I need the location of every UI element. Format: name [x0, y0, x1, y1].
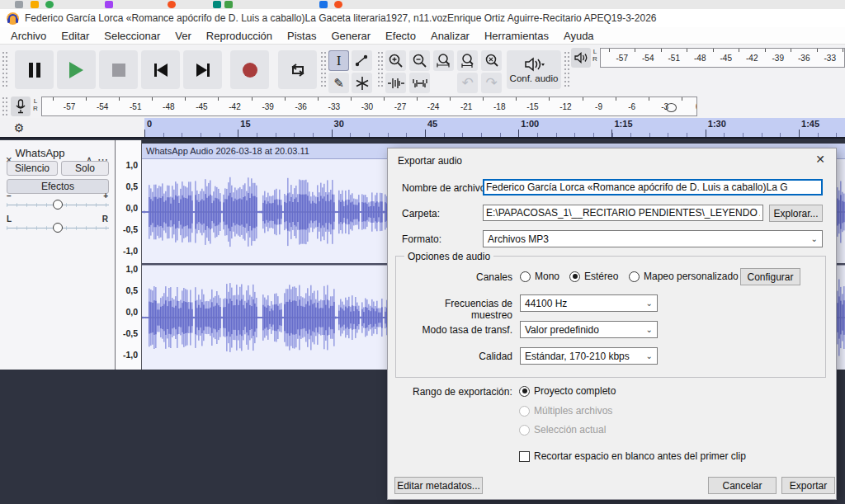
- stop-button[interactable]: [99, 50, 138, 89]
- radio-mono[interactable]: Mono: [520, 271, 559, 282]
- selection-tool-button[interactable]: I: [328, 50, 349, 71]
- dialog-close-icon[interactable]: ✕: [808, 150, 833, 168]
- playback-meter-tick-3: -48: [687, 54, 714, 63]
- audio-options-legend: Opciones de audio: [404, 251, 493, 262]
- toolbar-grip[interactable]: [2, 52, 7, 88]
- menu-item-5[interactable]: Pistas: [280, 29, 323, 43]
- browse-button[interactable]: Explorar...: [769, 205, 823, 222]
- multi-tool-icon: [355, 76, 370, 91]
- recording-meter-tick-17: -6: [616, 102, 649, 111]
- format-label: Formato:: [402, 233, 441, 245]
- playback-meter-scale: -57-54-51-48-45-42-39-36-33-30: [609, 54, 844, 63]
- draw-tool-button[interactable]: ✎: [328, 73, 349, 93]
- zoom-toggle-button[interactable]: [481, 50, 502, 71]
- pan-slider[interactable]: [7, 226, 109, 230]
- pencil-icon: ✎: [333, 76, 344, 91]
- recording-meter-tick-11: -24: [417, 102, 450, 111]
- recording-meter[interactable]: -57-54-51-48-45-42-39-36-33-30-27-24-21-…: [41, 97, 697, 116]
- radio-stereo[interactable]: Estéreo: [569, 271, 618, 282]
- mute-button[interactable]: Silencio: [7, 161, 58, 176]
- background-icon: [319, 1, 328, 8]
- skip-to-end-button[interactable]: [183, 50, 222, 89]
- recording-meter-tick-12: -21: [450, 102, 483, 111]
- menu-item-7[interactable]: Efecto: [378, 29, 423, 43]
- record-button[interactable]: [230, 50, 269, 89]
- timeline: ⚙ 01530451:001:151:301:45: [0, 118, 845, 139]
- playback-meter-button[interactable]: [571, 48, 591, 68]
- recording-meter-tick-7: -36: [285, 102, 318, 111]
- title-bar: Federico García Lorca «Romance apócrifo …: [0, 9, 845, 27]
- audio-setup-button[interactable]: Conf. audio: [507, 50, 561, 89]
- pause-button[interactable]: [15, 50, 54, 89]
- recording-meter-tick-15: -12: [549, 102, 582, 111]
- menu-item-10[interactable]: Ayuda: [556, 29, 602, 43]
- trim-blank-space-checkbox[interactable]: Recortar espacio en blanco antes del pri…: [519, 450, 746, 462]
- folder-input[interactable]: [483, 205, 763, 221]
- effects-button[interactable]: Efectos: [7, 179, 109, 194]
- toolbar-grip[interactable]: [321, 52, 326, 88]
- toolbar-grip[interactable]: [2, 97, 7, 115]
- radio-whole-project[interactable]: Proyecto completo: [519, 385, 616, 397]
- pan-left-label: L: [7, 214, 12, 224]
- menu-item-4[interactable]: Reproducción: [199, 29, 280, 43]
- menu-item-8[interactable]: Analizar: [423, 29, 477, 43]
- toolbar-grip[interactable]: [564, 52, 569, 88]
- toolbar-grip[interactable]: [378, 52, 383, 88]
- stop-icon: [112, 64, 125, 77]
- playback-meter[interactable]: -57-54-51-48-45-42-39-36-33-30: [600, 48, 845, 68]
- zoom-out-button[interactable]: [409, 50, 430, 71]
- undo-button[interactable]: ↶: [457, 73, 478, 93]
- recording-meter-tick-5: -42: [218, 102, 251, 111]
- fit-project-button[interactable]: [457, 50, 478, 71]
- skip-to-start-button[interactable]: [141, 50, 180, 89]
- file-name-input[interactable]: [483, 179, 823, 195]
- sample-rate-select[interactable]: 44100 Hz ⌄: [520, 294, 658, 312]
- vscale-label-4: -1,0: [123, 246, 138, 256]
- playback-meter-tick-4: -45: [713, 54, 739, 63]
- zoom-in-button[interactable]: [385, 50, 406, 71]
- folder-label: Carpeta:: [402, 208, 440, 219]
- format-select[interactable]: Archivos MP3 ⌄: [483, 230, 823, 247]
- menu-item-3[interactable]: Ver: [168, 29, 199, 43]
- timeline-options-gear-icon[interactable]: ⚙: [8, 120, 30, 135]
- silence-audio-button[interactable]: [409, 73, 430, 93]
- chevron-down-icon: ⌄: [646, 325, 653, 334]
- trim-audio-button[interactable]: [385, 73, 406, 93]
- radio-multiple-files: Múltiples archivos: [519, 405, 612, 417]
- ruler-label-6: 1:30: [706, 119, 799, 129]
- cancel-button[interactable]: Cancelar: [708, 477, 777, 494]
- quality-select[interactable]: Estándar, 170-210 kbps ⌄: [520, 347, 658, 365]
- menu-item-0[interactable]: Archivo: [3, 29, 54, 43]
- redo-button[interactable]: ↷: [481, 73, 502, 93]
- audacity-logo-icon: [7, 12, 19, 25]
- radio-custom-mapping[interactable]: Mapeo personalizado: [629, 271, 739, 282]
- configure-button[interactable]: Configurar: [740, 268, 800, 285]
- menu-item-6[interactable]: Generar: [323, 29, 378, 43]
- background-icon: [105, 1, 113, 8]
- vertical-ruler[interactable]: 1,00,50,0-0,5-1,0 1,00,50,0-0,5-1,0: [116, 140, 142, 370]
- recording-meter-button[interactable]: [11, 97, 31, 116]
- solo-button[interactable]: Solo: [61, 161, 109, 176]
- monitor-indicator-icon[interactable]: [666, 103, 677, 112]
- silence-audio-icon: [412, 77, 428, 90]
- gain-slider-thumb[interactable]: [53, 200, 63, 210]
- multi-tool-button[interactable]: [352, 73, 372, 93]
- menu-item-2[interactable]: Seleccionar: [97, 29, 168, 43]
- edit-metadata-button[interactable]: Editar metadatos...: [394, 477, 483, 494]
- envelope-tool-button[interactable]: [352, 50, 372, 71]
- recording-meter-tick-3: -48: [152, 102, 185, 111]
- bitrate-mode-select[interactable]: Valor predefinido ⌄: [520, 321, 658, 338]
- timeline-ruler[interactable]: 01530451:001:151:301:45: [144, 118, 845, 137]
- pan-slider-thumb[interactable]: [53, 223, 63, 233]
- export-button[interactable]: Exportar: [781, 477, 835, 494]
- play-button[interactable]: [57, 50, 96, 89]
- menu-item-9[interactable]: Herramientas: [477, 29, 556, 43]
- trim-audio-icon: [388, 77, 404, 90]
- loop-button[interactable]: [278, 50, 317, 89]
- zoom-selection-button[interactable]: [433, 50, 454, 71]
- ruler-label-3: 45: [425, 119, 518, 129]
- gain-slider[interactable]: [7, 203, 109, 207]
- gain-min-label: –: [7, 191, 12, 200]
- chevron-down-icon: ⌄: [811, 234, 818, 243]
- menu-item-1[interactable]: Editar: [54, 29, 97, 43]
